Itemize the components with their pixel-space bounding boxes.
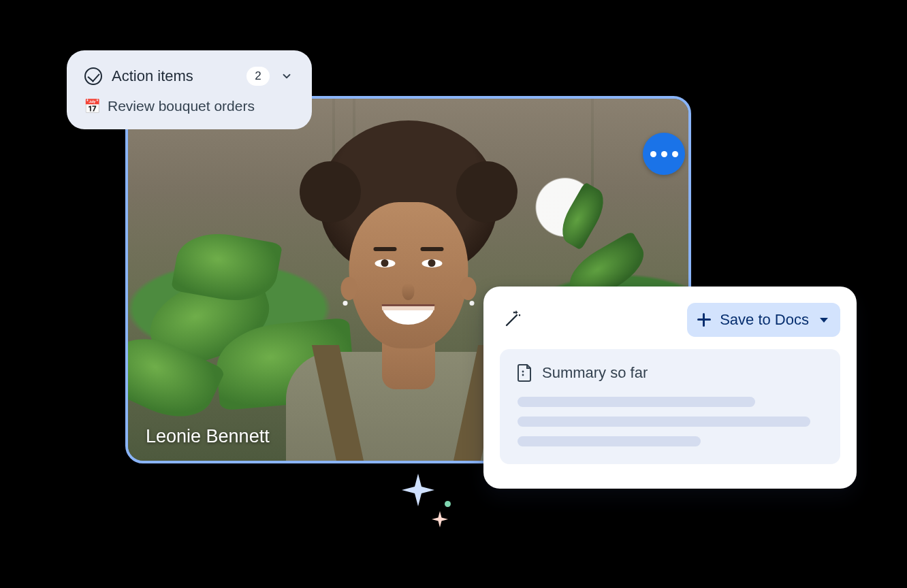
svg-point-3 (522, 371, 524, 373)
summary-card: Save to Docs Summary so far (483, 287, 857, 489)
summary-line-placeholder (518, 436, 701, 446)
save-to-docs-label: Save to Docs (720, 311, 809, 329)
plus-icon (697, 312, 712, 327)
sparkle-icon (431, 510, 449, 528)
save-to-docs-button[interactable]: Save to Docs (687, 303, 840, 337)
svg-point-4 (522, 374, 524, 376)
dropdown-caret-icon (820, 318, 828, 323)
sparkle-icon (400, 472, 436, 508)
document-icon (518, 364, 532, 382)
calendar-icon: 📅 (84, 99, 99, 114)
magic-wand-icon (500, 308, 524, 332)
decorative-dot (445, 501, 451, 507)
action-item-text: Review bouquet orders (108, 98, 255, 114)
action-items-count-badge: 2 (246, 67, 270, 86)
chevron-down-icon[interactable] (279, 69, 294, 84)
action-items-card: Action items 2 📅 Review bouquet orders (67, 50, 312, 129)
svg-line-0 (507, 315, 517, 325)
summary-title: Summary so far (542, 364, 648, 382)
check-circle-icon (84, 67, 102, 85)
summary-line-placeholder (518, 397, 755, 407)
participant-name-label: Leonie Bennett (146, 426, 270, 447)
action-items-header[interactable]: Action items 2 (84, 67, 294, 86)
action-item-row[interactable]: 📅 Review bouquet orders (84, 95, 294, 114)
more-options-button[interactable] (643, 133, 685, 175)
summary-line-placeholder (518, 416, 810, 427)
action-items-title: Action items (112, 67, 237, 85)
summary-body: Summary so far (500, 349, 840, 464)
